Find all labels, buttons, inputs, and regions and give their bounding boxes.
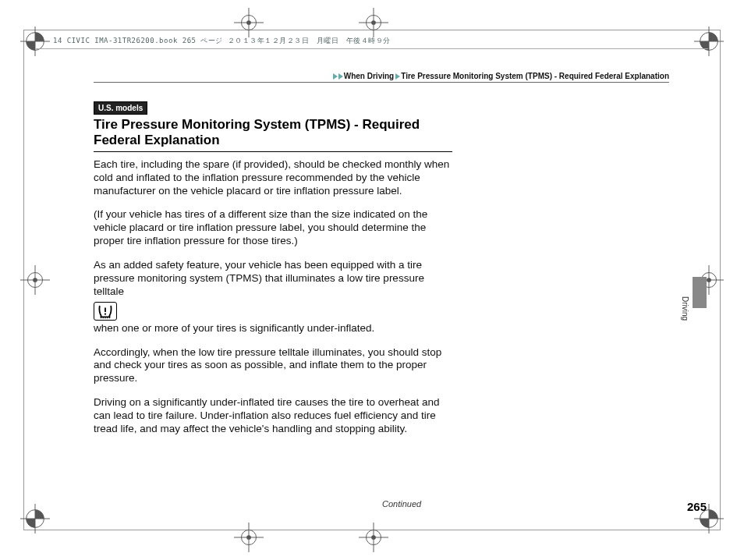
registration-mark-icon <box>234 523 264 552</box>
main-content: U.S. models Tire Pressure Monitoring Sys… <box>94 100 452 447</box>
section-side-label: Driving <box>681 296 689 321</box>
registration-mark-icon <box>694 27 724 56</box>
page-number: 265 <box>687 500 707 513</box>
section-title: Tire Pressure Monitoring System (TPMS) -… <box>94 117 452 152</box>
document-meta-header: 14 CIVIC IMA-31TR26200.book 265 ページ ２０１３… <box>53 36 391 46</box>
registration-mark-icon <box>359 8 388 37</box>
continued-label: Continued <box>382 499 421 509</box>
svg-point-42 <box>105 313 106 314</box>
body-paragraph: As an added safety feature, your vehicle… <box>94 259 452 299</box>
breadcrumb-arrow-icon <box>333 73 338 80</box>
body-paragraph: Accordingly, when the low tire pressure … <box>94 346 452 386</box>
breadcrumb-rule <box>94 82 669 83</box>
breadcrumb-part: When Driving <box>344 72 394 80</box>
breadcrumb-arrow-icon <box>338 73 343 80</box>
svg-point-15 <box>33 278 37 282</box>
registration-mark-icon <box>20 504 50 533</box>
header-rule <box>36 48 708 49</box>
svg-point-27 <box>371 20 376 25</box>
svg-point-35 <box>371 535 376 540</box>
registration-mark-icon <box>20 27 50 56</box>
body-paragraph: Each tire, including the spare (if provi… <box>94 158 452 198</box>
breadcrumb: When DrivingTire Pressure Monitoring Sys… <box>333 72 669 80</box>
tpms-warning-icon <box>94 302 117 321</box>
body-paragraph: when one or more of your tires is signif… <box>94 322 452 335</box>
registration-mark-icon <box>359 523 388 552</box>
registration-mark-icon <box>234 8 264 37</box>
breadcrumb-arrow-icon <box>395 73 400 80</box>
svg-point-23 <box>246 20 251 25</box>
model-badge: U.S. models <box>94 101 147 115</box>
breadcrumb-part: Tire Pressure Monitoring System (TPMS) -… <box>401 72 669 80</box>
svg-point-31 <box>246 535 251 540</box>
body-paragraph: (If your vehicle has tires of a differen… <box>94 208 452 248</box>
body-paragraph: Driving on a significantly under-inflate… <box>94 396 452 436</box>
svg-point-19 <box>707 278 711 282</box>
registration-mark-icon <box>20 265 50 295</box>
section-thumb-tab <box>693 277 707 308</box>
